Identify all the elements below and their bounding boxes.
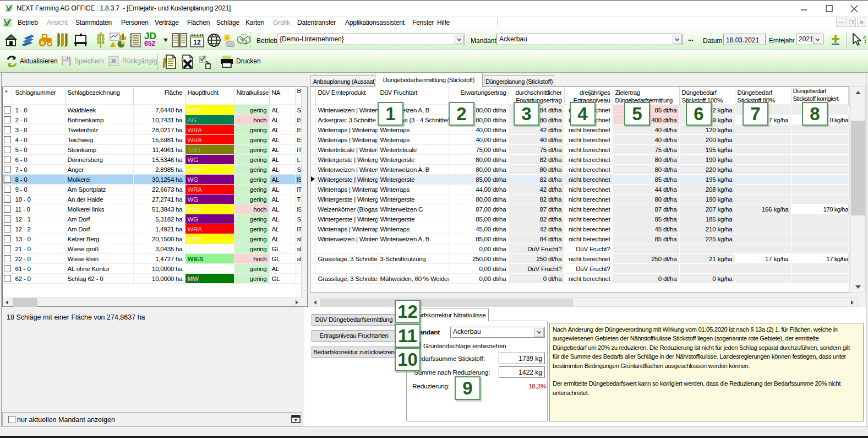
svg-text:?: ? (862, 35, 866, 45)
svg-text:12: 12 (193, 39, 201, 46)
